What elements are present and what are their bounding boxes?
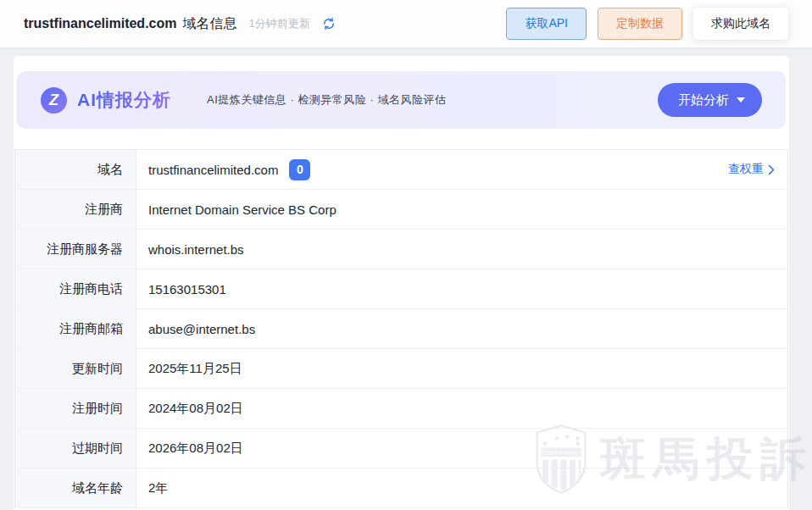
table-row: 注册时间 2024年08月02日 — [15, 389, 787, 429]
domain-info-card: Z AI情报分析 AI提炼关键信息 · 检测异常风险 · 域名风险评估 开始分析… — [14, 56, 789, 510]
header-actions: 获取API 定制数据 求购此域名 — [506, 8, 788, 40]
chevron-down-icon — [737, 97, 745, 103]
domain-name: trustfinancelimited.com — [24, 16, 176, 31]
row-value-cell: 2026年08月02日 — [136, 429, 787, 468]
refresh-icon[interactable] — [321, 16, 336, 31]
row-value: abuse@internet.bs — [148, 322, 255, 336]
row-value: 2026年08月02日 — [148, 441, 243, 457]
page-title: trustfinancelimited.com 域名信息 — [24, 15, 236, 33]
row-value-cell: 2025年11月25日 — [136, 349, 787, 388]
table-row: 更新时间 2025年11月25日 — [15, 349, 787, 389]
chevron-right-icon — [768, 164, 775, 175]
custom-data-button[interactable]: 定制数据 — [598, 8, 682, 40]
row-value-cell: Internet Domain Service BS Corp — [136, 190, 787, 229]
row-value-cell: whois.internet.bs — [136, 230, 787, 269]
table-row: 注册商电话 15163015301 — [15, 269, 787, 309]
table-row: 域名年龄 2年 — [15, 468, 787, 508]
zebra-logo-icon: Z — [41, 87, 67, 114]
buy-domain-button[interactable]: 求购此域名 — [693, 8, 788, 40]
row-label: 注册时间 — [15, 389, 136, 428]
get-api-button[interactable]: 获取API — [506, 8, 587, 40]
table-row: 注册商 Internet Domain Service BS Corp — [15, 190, 787, 230]
row-label: 注册商 — [15, 190, 136, 229]
row-value: 2025年11月25日 — [148, 361, 242, 377]
row-label: 注册商电话 — [15, 269, 136, 308]
start-analysis-button[interactable]: 开始分析 — [658, 83, 762, 117]
table-row: 域名 trustfinancelimited.com 0 查权重 — [15, 150, 787, 190]
page-title-suffix: 域名信息 — [182, 15, 236, 33]
start-analysis-label: 开始分析 — [678, 92, 729, 108]
ai-banner-title: AI情报分析 — [77, 88, 171, 112]
last-updated-text: 1分钟前更新 — [248, 16, 309, 31]
table-row: 注册商邮箱 abuse@internet.bs — [15, 309, 787, 349]
check-weight-label: 查权重 — [728, 162, 764, 177]
row-value: Internet Domain Service BS Corp — [148, 202, 336, 217]
row-value: 15163015301 — [148, 282, 226, 297]
row-value: 2年 — [148, 480, 168, 496]
table-row: 过期时间 2026年08月02日 — [15, 429, 787, 468]
ai-banner-features: AI提炼关键信息 · 检测异常风险 · 域名风险评估 — [207, 92, 446, 108]
top-header-bar: trustfinancelimited.com 域名信息 1分钟前更新 获取AP… — [0, 0, 812, 48]
row-value: whois.internet.bs — [148, 242, 244, 257]
ai-analysis-banner: Z AI情报分析 AI提炼关键信息 · 检测异常风险 · 域名风险评估 开始分析 — [17, 71, 786, 129]
row-value-cell: trustfinancelimited.com 0 查权重 — [136, 150, 787, 189]
weight-badge[interactable]: 0 — [289, 159, 310, 180]
row-label: 域名 — [15, 150, 136, 189]
row-value: 2024年08月02日 — [148, 401, 243, 417]
row-value: trustfinancelimited.com — [148, 163, 278, 177]
row-value-cell: abuse@internet.bs — [136, 309, 787, 348]
row-label: 域名年龄 — [15, 468, 136, 507]
whois-info-table: 域名 trustfinancelimited.com 0 查权重 注册商 Int… — [14, 149, 788, 508]
row-label: 注册商服务器 — [15, 230, 136, 269]
check-weight-link[interactable]: 查权重 — [728, 162, 787, 177]
row-label: 过期时间 — [15, 429, 136, 468]
row-value-cell: 2年 — [136, 468, 787, 507]
row-label: 注册商邮箱 — [15, 309, 136, 348]
table-row: 注册商服务器 whois.internet.bs — [15, 230, 787, 269]
row-label: 更新时间 — [15, 349, 136, 388]
row-value-cell: 2024年08月02日 — [136, 389, 787, 428]
row-value-cell: 15163015301 — [136, 269, 787, 308]
